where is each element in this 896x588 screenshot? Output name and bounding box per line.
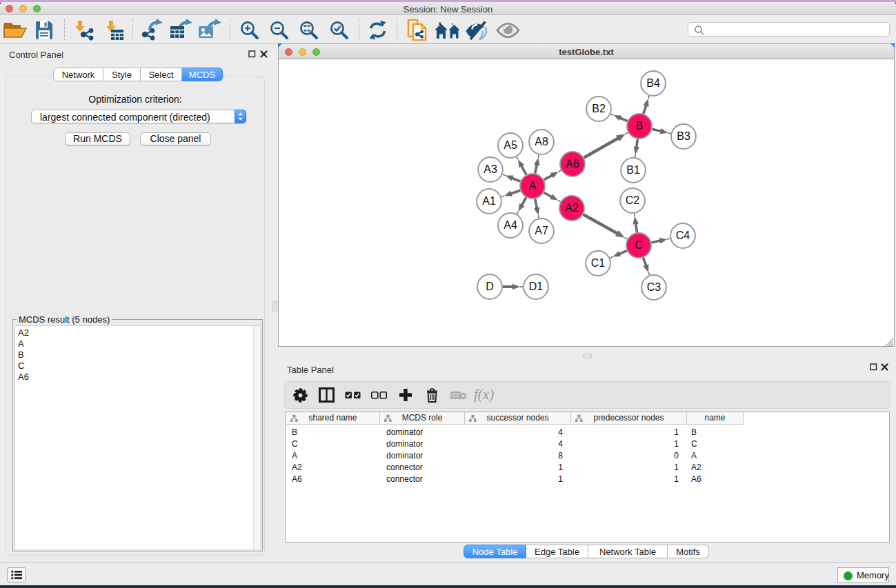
svg-text:C4: C4: [676, 230, 690, 241]
svg-text:D: D: [486, 281, 494, 292]
svg-text:A8: A8: [535, 136, 548, 148]
svg-text:B: B: [636, 120, 644, 132]
svg-text:B1: B1: [626, 164, 640, 176]
svg-text:A5: A5: [504, 139, 517, 151]
svg-text:D1: D1: [529, 281, 544, 292]
svg-text:A1: A1: [482, 195, 496, 207]
svg-text:A7: A7: [535, 225, 548, 236]
svg-text:A4: A4: [504, 219, 517, 231]
svg-text:A3: A3: [484, 163, 497, 175]
svg-text:A2: A2: [565, 202, 579, 214]
svg-text:C2: C2: [626, 194, 640, 206]
svg-text:A6: A6: [566, 158, 579, 170]
svg-text:A: A: [529, 180, 537, 192]
svg-text:C1: C1: [591, 257, 606, 269]
svg-text:B4: B4: [646, 77, 660, 89]
svg-text:B3: B3: [677, 130, 690, 142]
svg-text:C: C: [635, 239, 643, 251]
svg-text:C3: C3: [647, 281, 661, 293]
svg-text:B2: B2: [592, 103, 606, 114]
